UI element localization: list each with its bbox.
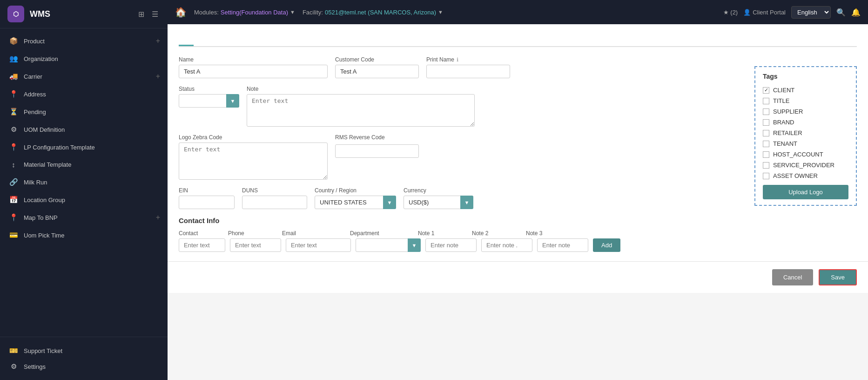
product-plus-icon[interactable]: +	[156, 37, 160, 45]
currency-select[interactable]: USD($)	[404, 196, 473, 209]
sidebar-item-support-ticket[interactable]: 🎫 Support Ticket	[7, 343, 160, 359]
name-input[interactable]	[179, 65, 328, 78]
sidebar-item-organization[interactable]: 👥 Organization	[0, 50, 168, 68]
tag-brand-label: BRAND	[773, 119, 794, 126]
notification-bell-button[interactable]: 🔔	[851, 8, 861, 17]
tag-title-label: TITLE	[773, 97, 789, 104]
duns-input[interactable]	[242, 196, 307, 209]
note2-input[interactable]	[481, 238, 532, 252]
tag-host-account-checkbox[interactable]	[763, 151, 769, 158]
tag-supplier-label: SUPPLIER	[773, 108, 803, 115]
sidebar-item-settings[interactable]: ⚙ Settings	[7, 359, 160, 374]
support-icon: 🎫	[9, 346, 18, 355]
country-select[interactable]: UNITED STATES	[315, 196, 396, 209]
stars-badge[interactable]: ★ (2)	[723, 9, 738, 16]
sidebar-item-map-to-bnp[interactable]: 📍 Map To BNP +	[0, 209, 168, 226]
department-select-wrapper: ▼	[356, 238, 421, 252]
note1-input[interactable]	[425, 238, 477, 252]
sidebar-item-pending[interactable]: ⏳ Pending	[0, 103, 168, 121]
sidebar-item-uom-pick-time[interactable]: 💳 Uom Pick Time	[0, 226, 168, 244]
menu-icon-button[interactable]: ☰	[150, 8, 160, 20]
sidebar-item-address[interactable]: 📍 Address	[0, 85, 168, 103]
status-select-wrapper: ▼	[179, 94, 239, 108]
search-button[interactable]: 🔍	[836, 8, 846, 17]
cancel-button[interactable]: Cancel	[772, 269, 813, 285]
contact-input[interactable]	[179, 238, 225, 252]
currency-label: Currency	[404, 187, 473, 194]
tag-brand[interactable]: BRAND	[763, 117, 848, 128]
department-select[interactable]	[356, 238, 421, 252]
tag-title[interactable]: TITLE	[763, 95, 848, 106]
note-label: Note	[247, 86, 475, 92]
ein-input[interactable]	[179, 196, 235, 209]
sidebar-item-uom-definition[interactable]: ⚙ UOM Definition	[0, 121, 168, 138]
client-portal-link[interactable]: 👤 Client Portal	[743, 9, 786, 16]
pending-icon: ⏳	[9, 108, 18, 116]
language-select[interactable]: English Spanish French	[791, 6, 831, 19]
print-name-group: Print Name ℹ	[426, 56, 510, 78]
map-bnp-plus-icon[interactable]: +	[156, 213, 160, 222]
carrier-plus-icon[interactable]: +	[156, 72, 160, 81]
sidebar-item-location-group[interactable]: 📅 Location Group	[0, 191, 168, 209]
tag-host-account[interactable]: HOST_ACCOUNT	[763, 149, 848, 160]
tag-service-provider-checkbox[interactable]	[763, 162, 769, 169]
note3-label: Note 3	[526, 230, 577, 237]
topbar-modules: Modules: Setting(Foundation Data) ▼	[194, 9, 295, 16]
tag-supplier[interactable]: SUPPLIER	[763, 106, 848, 117]
facility-chevron-icon[interactable]: ▼	[438, 9, 443, 15]
tag-service-provider[interactable]: SERVICE_PROVIDER	[763, 160, 848, 170]
tag-title-checkbox[interactable]	[763, 98, 769, 104]
topbar-right: ★ (2) 👤 Client Portal English Spanish Fr…	[723, 6, 861, 19]
modules-value: Setting(Foundation Data)	[221, 9, 288, 16]
status-group: Status ▼	[179, 86, 239, 108]
modules-chevron-icon[interactable]: ▼	[290, 9, 295, 15]
tag-supplier-checkbox[interactable]	[763, 109, 769, 115]
logo-zebra-label: Logo Zebra Code	[179, 134, 328, 141]
tab-main[interactable]	[179, 34, 194, 46]
facility-label: Facility:	[303, 9, 323, 16]
print-name-input[interactable]	[426, 65, 510, 78]
note-textarea[interactable]	[247, 94, 475, 127]
sidebar-item-label: Map To BNP	[24, 214, 150, 221]
grid-icon-button[interactable]: ⊞	[136, 8, 146, 20]
rms-reverse-input[interactable]	[335, 144, 419, 158]
currency-select-wrapper: USD($) ▼	[404, 196, 473, 209]
sidebar-item-product[interactable]: 📦 Product +	[0, 32, 168, 50]
tab-bar	[179, 34, 857, 47]
note1-label: Note 1	[418, 230, 469, 237]
logo-zebra-group: Logo Zebra Code	[179, 134, 328, 180]
tag-client[interactable]: ✓ CLIENT	[763, 85, 848, 95]
add-contact-button[interactable]: Add	[593, 238, 620, 252]
country-select-wrapper: UNITED STATES ▼	[315, 196, 396, 209]
sidebar-item-label: Milk Run	[24, 179, 160, 186]
ein-group: EIN	[179, 187, 235, 209]
tag-tenant-checkbox[interactable]	[763, 141, 769, 147]
sidebar-header-icons: ⊞ ☰	[136, 8, 160, 20]
tag-client-checkbox[interactable]: ✓	[763, 87, 769, 94]
print-name-info-icon[interactable]: ℹ	[457, 57, 458, 62]
save-button[interactable]: Save	[819, 269, 857, 285]
sidebar-item-material-template[interactable]: ↕ Material Template	[0, 156, 168, 173]
phone-input[interactable]	[230, 238, 281, 252]
tag-tenant[interactable]: TENANT	[763, 138, 848, 149]
sidebar-item-milk-run[interactable]: 🔗 Milk Run	[0, 173, 168, 191]
tag-asset-owner-checkbox[interactable]	[763, 173, 769, 179]
app-logo: ⬡	[7, 6, 24, 22]
sidebar: ⬡ WMS ⊞ ☰ 📦 Product + 👥 Organization 🚚 C…	[0, 0, 168, 380]
sidebar-bottom: 🎫 Support Ticket ⚙ Settings	[0, 337, 168, 380]
logo-zebra-textarea[interactable]	[179, 142, 328, 180]
home-icon[interactable]: 🏠	[175, 7, 187, 18]
tag-brand-checkbox[interactable]	[763, 119, 769, 126]
sidebar-item-carrier[interactable]: 🚚 Carrier +	[0, 68, 168, 85]
note3-input[interactable]	[537, 238, 588, 252]
status-select[interactable]	[179, 94, 239, 108]
upload-logo-button[interactable]: Upload Logo	[763, 185, 848, 199]
rms-reverse-label: RMS Reverse Code	[335, 134, 419, 141]
tag-asset-owner[interactable]: ASSET OWNER	[763, 170, 848, 181]
email-input[interactable]	[286, 238, 351, 252]
customer-code-input[interactable]	[335, 65, 419, 78]
tag-retailer-checkbox[interactable]	[763, 130, 769, 136]
note-group: Note	[247, 86, 475, 127]
tag-retailer[interactable]: RETAILER	[763, 128, 848, 138]
sidebar-item-lp-config[interactable]: 📍 LP Configuration Template	[0, 138, 168, 156]
